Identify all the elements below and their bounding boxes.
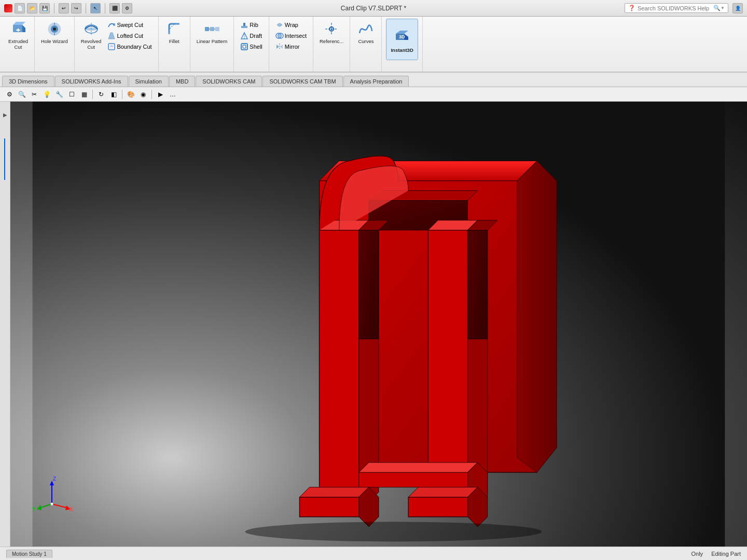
revolved-cut-button[interactable]: RevolvedCut	[79, 19, 104, 51]
user-icon[interactable]: 👤	[732, 3, 743, 13]
cut-submenu: Swept Cut Lofted Cut	[105, 19, 154, 53]
help-icon: ❓	[628, 5, 635, 11]
hole-wizard-group: Hole Wizard	[35, 17, 75, 72]
hole-wizard-label: Hole Wizard	[41, 38, 68, 44]
svg-text:Y: Y	[32, 507, 36, 512]
draft-button[interactable]: Draft	[238, 31, 264, 41]
linear-pattern-icon	[204, 21, 220, 37]
swept-cut-icon	[107, 21, 116, 29]
view-options-icon[interactable]: ⚙	[4, 89, 15, 100]
redo-btn[interactable]: ↪	[71, 3, 81, 13]
wrap-button[interactable]: Wrap	[273, 20, 309, 30]
rib-label: Rib	[250, 22, 258, 28]
search-box[interactable]: ❓ 🔍 ▼	[625, 3, 728, 13]
tab-mbd[interactable]: MBD	[169, 76, 195, 87]
svg-marker-43	[517, 161, 557, 472]
fillet-button[interactable]: Fillet	[163, 19, 186, 45]
realview-icon[interactable]: ◉	[138, 89, 148, 100]
svg-point-65	[245, 522, 542, 541]
titlebar-right: ❓ 🔍 ▼ 👤	[625, 3, 743, 13]
lofted-cut-label: Lofted Cut	[117, 33, 143, 39]
view-more-icon[interactable]: ▶	[155, 89, 165, 100]
wrap-label: Wrap	[285, 22, 298, 28]
svg-rect-21	[241, 26, 247, 28]
rib-button[interactable]: Rib	[238, 20, 264, 30]
motion-study-tab[interactable]: Motion Study 1	[6, 550, 52, 558]
mirror-label: Mirror	[285, 44, 300, 50]
search-input[interactable]	[638, 5, 713, 11]
instant3d-group: 3D Instant3D	[382, 17, 422, 72]
main-area: ▶	[0, 102, 747, 547]
mirror-icon	[275, 43, 284, 51]
swept-cut-button[interactable]: Swept Cut	[105, 20, 154, 30]
tab-solidworks-cam[interactable]: SOLIDWORKS CAM	[196, 76, 262, 87]
fillet-label: Fillet	[169, 38, 179, 44]
instant3d-button[interactable]: 3D Instant3D	[386, 19, 418, 60]
more-options-icon[interactable]: …	[168, 89, 178, 100]
tab-3d-dimensions[interactable]: 3D Dimensions	[2, 76, 54, 87]
lofted-cut-button[interactable]: Lofted Cut	[105, 31, 154, 41]
svg-marker-46	[320, 230, 359, 487]
tab-solidworks-addins[interactable]: SOLIDWORKS Add-Ins	[55, 76, 128, 87]
cut-view-icon[interactable]: ✂	[29, 89, 39, 100]
svg-marker-2	[13, 22, 25, 25]
save-btn[interactable]: 💾	[39, 3, 50, 13]
svg-marker-38	[396, 31, 408, 34]
search-icon[interactable]: 🔍	[713, 5, 721, 11]
status-left: Only	[691, 551, 703, 557]
svg-rect-16	[205, 27, 209, 31]
color-display-icon[interactable]: 🎨	[126, 89, 136, 100]
perspective-icon[interactable]: ▦	[79, 89, 89, 100]
panel-expand-arrow[interactable]: ▶	[3, 112, 7, 118]
select-btn[interactable]: ↖	[90, 3, 101, 13]
intersect-icon	[275, 32, 284, 40]
shell-button[interactable]: Shell	[238, 41, 264, 52]
revolved-cut-label: RevolvedCut	[81, 38, 102, 50]
reference-geometry-group: Referenc...	[313, 17, 350, 72]
tab-analysis-preparation[interactable]: Analysis Preparation	[343, 76, 409, 87]
svg-marker-60	[299, 487, 368, 497]
new-btn[interactable]: 📄	[15, 3, 25, 13]
boundary-cut-label: Boundary Cut	[117, 44, 151, 50]
undo-btn[interactable]: ↩	[59, 3, 69, 13]
axes-svg: Z X Y	[31, 473, 73, 514]
tab-simulation[interactable]: Simulation	[129, 76, 169, 87]
svg-rect-17	[210, 27, 214, 31]
svg-marker-51	[428, 230, 467, 487]
rotate-icon[interactable]: ↻	[96, 89, 106, 100]
reference-geometry-button[interactable]: Referenc...	[317, 19, 345, 45]
settings-btn[interactable]: ⚙	[122, 3, 132, 13]
model-svg	[10, 102, 747, 547]
intersect-button[interactable]: Intersect	[273, 31, 309, 41]
reference-geometry-label: Referenc...	[320, 38, 343, 44]
open-btn[interactable]: 📂	[27, 3, 37, 13]
extruded-cut-group: ExtrudedCut	[2, 17, 35, 72]
curves-icon	[357, 21, 374, 37]
svg-marker-49	[359, 230, 379, 339]
curves-button[interactable]: Curves	[354, 19, 377, 45]
secondary-toolbar: ⚙ 🔍 ✂ 💡 🔧 ☐ ▦ ↻ ◧ 🎨 ◉ ▶ …	[0, 87, 747, 102]
svg-point-7	[53, 27, 56, 31]
3d-viewport[interactable]: Z X Y	[10, 102, 747, 547]
search-view-icon[interactable]: 🔍	[17, 89, 27, 100]
tab-solidworks-cam-tbm[interactable]: SOLIDWORKS CAM TBM	[262, 76, 342, 87]
lighting-icon[interactable]: 💡	[42, 89, 52, 100]
svg-marker-29	[276, 45, 279, 49]
display-style-icon[interactable]: 🔧	[54, 89, 64, 100]
draft-label: Draft	[250, 33, 262, 39]
rib-draft-shell-group: Rib Draft Shell	[234, 17, 269, 72]
hole-wizard-button[interactable]: Hole Wizard	[39, 19, 70, 45]
dropdown-icon[interactable]: ▼	[721, 6, 725, 10]
swept-cut-label: Swept Cut	[117, 22, 143, 28]
boundary-cut-button[interactable]: Boundary Cut	[105, 41, 154, 52]
hide-lines-icon[interactable]: ☐	[66, 89, 77, 100]
axes-indicator: Z X Y	[31, 473, 73, 515]
macro-btn[interactable]: ⬛	[109, 3, 120, 13]
lofted-cut-icon	[107, 32, 116, 40]
extruded-cut-button[interactable]: ExtrudedCut	[6, 19, 30, 51]
section-view-icon[interactable]: ◧	[108, 89, 119, 100]
hole-wizard-icon	[46, 21, 63, 37]
left-panel: ▶	[0, 102, 10, 547]
mirror-button[interactable]: Mirror	[273, 41, 309, 52]
linear-pattern-button[interactable]: Linear Pattern	[195, 19, 230, 45]
